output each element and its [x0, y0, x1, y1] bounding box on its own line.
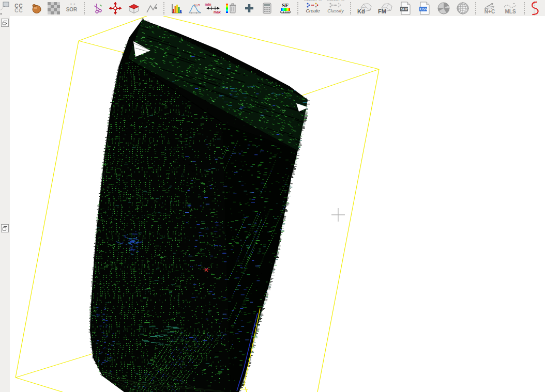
clay-ball-icon: [31, 3, 42, 14]
export-shp-button[interactable]: SHP: [396, 1, 415, 15]
sf-color-scale-button[interactable]: SF: [276, 1, 294, 15]
canupo-create-icon: [306, 2, 320, 8]
toolbar-separator: [297, 2, 298, 14]
viewport-3d[interactable]: [10, 16, 545, 392]
trace-polyline-icon: [146, 2, 158, 14]
segment-scissors-button[interactable]: [88, 1, 106, 15]
interpolate-points-icon[interactable]: [0, 1, 10, 15]
poisson-recon-icon: [528, 1, 541, 15]
canupo-create-label: Create: [306, 8, 320, 13]
toolbar-separator: [84, 2, 85, 14]
main-toolbar: CC CC · ˟ ·˟ SOR: [0, 0, 545, 17]
poisson-recon-button[interactable]: [528, 1, 541, 15]
normals-curvature-icon: [483, 3, 496, 9]
histogram-button[interactable]: [168, 1, 186, 15]
toolbar-separator: [350, 2, 351, 14]
kd-label: Kd: [357, 8, 365, 14]
scale-bracket-icon: [280, 11, 291, 13]
fm-label: FM: [378, 8, 386, 14]
export-csv-button[interactable]: CSV: [415, 1, 434, 15]
kd-tree-facets-icon: Kd: [357, 2, 372, 15]
export-shp-icon: SHP: [399, 2, 412, 15]
histogram-icon: [171, 2, 183, 14]
canupo-classify-label: Classify: [327, 8, 344, 13]
canupo-classify-button[interactable]: CANUPO Classify: [324, 0, 347, 16]
scissors-segment-icon: [91, 2, 103, 14]
properties-float-button[interactable]: [1, 224, 9, 232]
cross-section-icon: [127, 2, 141, 14]
max-label: max: [214, 10, 221, 14]
cloud-to-cloud-distance-button[interactable]: CC CC: [10, 1, 27, 15]
sor-label: SOR: [66, 7, 78, 12]
cross-section-button[interactable]: [124, 1, 143, 15]
toolbar-separator: [475, 2, 476, 14]
cc-text-bottom: CC: [14, 8, 23, 13]
translate-rotate-button[interactable]: [106, 1, 124, 15]
trace-polyline-button[interactable]: [143, 1, 160, 15]
interpolate-points-glyph: [0, 2, 10, 15]
stereogram-sphere-icon: [437, 2, 450, 15]
left-dock-area: [0, 16, 10, 392]
wireframe-globe-button[interactable]: [453, 1, 472, 15]
calculator-icon: [263, 3, 271, 14]
kd-tree-facets-button[interactable]: Kd: [354, 1, 375, 15]
fast-marching-facets-icon: FM: [377, 2, 393, 15]
clay-ball-button[interactable]: [27, 1, 44, 15]
toolbar-separator: [524, 2, 525, 14]
nc-label: N+C: [485, 9, 495, 14]
csv-label: CSV: [420, 7, 428, 11]
shp-label: SHP: [401, 7, 408, 11]
wireframe-globe-icon: [456, 2, 470, 15]
sf-calculator-button[interactable]: [258, 1, 276, 15]
fast-marching-facets-button[interactable]: FM: [375, 1, 396, 15]
scalar-field-bar-icon: [226, 4, 228, 13]
delete-scalar-field-button[interactable]: [222, 1, 240, 15]
float-window-icon: [3, 226, 7, 231]
application-window: CC CC · ˟ ·˟ SOR: [0, 0, 545, 392]
float-window-icon: [3, 21, 7, 25]
db-tree-float-button[interactable]: [1, 19, 9, 27]
min-label: min: [205, 3, 211, 6]
canupo-create-button[interactable]: CANUPO Create: [301, 0, 324, 16]
filter-by-value-icon: [206, 6, 220, 10]
canupo-classify-icon: [329, 2, 342, 8]
gaussian-filter-button[interactable]: μ,σ: [186, 1, 204, 15]
add-scalar-field-button[interactable]: [240, 1, 258, 15]
plus-icon: [244, 3, 254, 13]
toolbar-separator: [163, 2, 164, 14]
filter-by-value-button[interactable]: min max: [204, 1, 222, 15]
mls-label: MLS: [505, 9, 516, 14]
mls-smoothing-icon: [504, 3, 517, 9]
gaussian-filter-icon: μ,σ: [188, 2, 202, 14]
translate-rotate-icon: [109, 2, 122, 14]
sf-label: SF: [282, 3, 289, 8]
normals-curvature-button[interactable]: N+C: [479, 1, 500, 15]
trash-icon: [229, 3, 236, 14]
checkerboard-button[interactable]: [44, 1, 63, 15]
export-csv-icon: CSV: [418, 2, 431, 15]
sor-filter-button[interactable]: · ˟ ·˟ SOR: [63, 1, 81, 15]
stereogram-sphere-button[interactable]: [434, 1, 453, 15]
mls-smoothing-button[interactable]: MLS: [500, 1, 521, 15]
checkerboard-icon: [48, 2, 60, 14]
